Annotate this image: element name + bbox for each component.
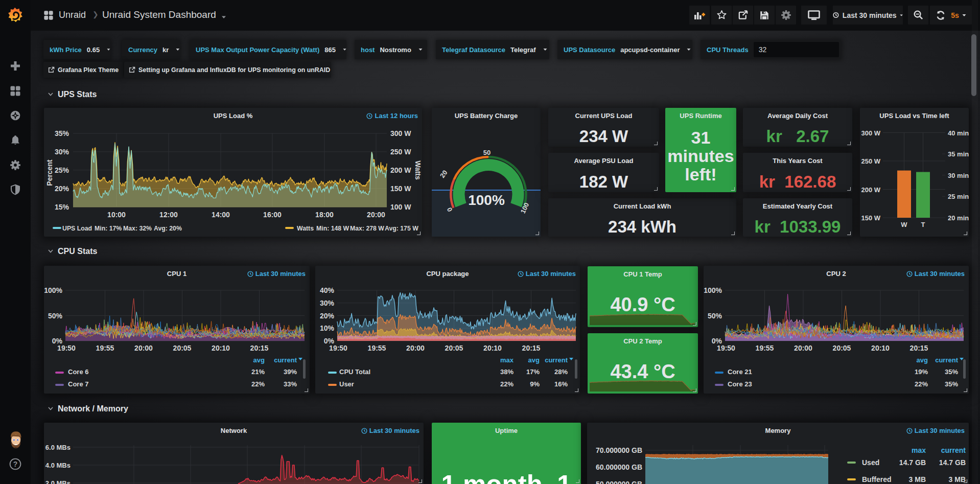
svg-text:19:55: 19:55 bbox=[756, 344, 774, 352]
svg-text:35%: 35% bbox=[945, 380, 958, 388]
svg-text:14.7 GB: 14.7 GB bbox=[939, 458, 966, 467]
svg-text:35%: 35% bbox=[945, 368, 958, 376]
svg-text:100%: 100% bbox=[44, 286, 62, 294]
svg-text:User: User bbox=[339, 380, 354, 388]
svg-text:19%: 19% bbox=[915, 368, 928, 376]
svg-text:Core 21: Core 21 bbox=[728, 368, 752, 376]
svg-text:19:55: 19:55 bbox=[368, 344, 386, 352]
svg-text:16%: 16% bbox=[554, 380, 568, 388]
svg-text:35 min: 35 min bbox=[948, 150, 969, 158]
svg-text:250 W: 250 W bbox=[390, 148, 411, 156]
svg-text:Max: 32%: Max: 32% bbox=[123, 225, 152, 232]
svg-text:Used: Used bbox=[862, 458, 879, 467]
svg-text:3 MB: 3 MB bbox=[909, 475, 926, 483]
svg-text:50%: 50% bbox=[708, 312, 722, 320]
svg-text:20:05: 20:05 bbox=[173, 344, 192, 352]
svg-text:20:15: 20:15 bbox=[910, 344, 928, 352]
svg-text:30 min: 30 min bbox=[948, 172, 969, 179]
svg-text:20:00: 20:00 bbox=[367, 211, 385, 219]
svg-text:15%: 15% bbox=[55, 203, 69, 211]
svg-text:150 W: 150 W bbox=[390, 185, 411, 193]
svg-text:20:05: 20:05 bbox=[445, 344, 463, 352]
svg-text:20%: 20% bbox=[320, 312, 335, 320]
svg-text:current: current bbox=[545, 356, 568, 364]
svg-text:?: ? bbox=[13, 460, 18, 468]
svg-text:T: T bbox=[921, 221, 925, 228]
svg-text:3 MB: 3 MB bbox=[949, 475, 966, 483]
svg-text:20:10: 20:10 bbox=[483, 344, 502, 352]
svg-text:4.0 MBs: 4.0 MBs bbox=[45, 462, 71, 469]
svg-text:2.0 MBs: 2.0 MBs bbox=[45, 479, 71, 484]
svg-text:19:50: 19:50 bbox=[57, 344, 76, 352]
svg-text:150 W: 150 W bbox=[861, 214, 880, 222]
svg-text:14:00: 14:00 bbox=[212, 211, 230, 219]
svg-text:30%: 30% bbox=[320, 299, 335, 307]
svg-text:20:15: 20:15 bbox=[522, 344, 541, 352]
svg-text:22%: 22% bbox=[915, 380, 928, 388]
svg-text:avg: avg bbox=[528, 356, 540, 364]
svg-text:Buffered: Buffered bbox=[862, 475, 892, 483]
svg-text:avg: avg bbox=[253, 356, 265, 364]
svg-text:Avg: 175 W: Avg: 175 W bbox=[385, 225, 418, 232]
svg-text:38%: 38% bbox=[500, 368, 514, 376]
svg-text:40 min: 40 min bbox=[948, 129, 969, 137]
svg-text:19:55: 19:55 bbox=[96, 344, 114, 352]
svg-text:40%: 40% bbox=[320, 286, 335, 294]
svg-text:10%: 10% bbox=[320, 324, 335, 332]
svg-text:CPU Total: CPU Total bbox=[339, 368, 370, 376]
svg-text:10:00: 10:00 bbox=[107, 211, 126, 219]
svg-text:25 min: 25 min bbox=[948, 193, 969, 200]
svg-text:33%: 33% bbox=[284, 380, 297, 388]
svg-text:300 W: 300 W bbox=[861, 129, 880, 137]
svg-text:max: max bbox=[500, 356, 514, 364]
svg-text:20:00: 20:00 bbox=[794, 344, 812, 352]
svg-text:70.000000 GB: 70.000000 GB bbox=[596, 446, 642, 454]
svg-text:19:50: 19:50 bbox=[329, 344, 347, 352]
svg-text:100%: 100% bbox=[704, 286, 722, 294]
svg-text:50.000000 GB: 50.000000 GB bbox=[596, 480, 642, 484]
svg-text:28%: 28% bbox=[554, 368, 568, 376]
svg-text:12:00: 12:00 bbox=[159, 211, 178, 219]
svg-text:19:50: 19:50 bbox=[717, 344, 735, 352]
svg-text:50: 50 bbox=[483, 149, 491, 156]
svg-text:20:10: 20:10 bbox=[871, 344, 890, 352]
svg-text:39%: 39% bbox=[284, 368, 297, 376]
svg-text:20%: 20% bbox=[55, 185, 69, 193]
svg-text:20:00: 20:00 bbox=[406, 344, 425, 352]
svg-text:Percent: Percent bbox=[45, 159, 54, 186]
svg-text:20:10: 20:10 bbox=[212, 344, 230, 352]
svg-text:Min: 148 W: Min: 148 W bbox=[316, 225, 349, 232]
svg-text:18:00: 18:00 bbox=[315, 211, 334, 219]
svg-text:250 W: 250 W bbox=[861, 157, 880, 165]
svg-text:20 min: 20 min bbox=[948, 214, 969, 222]
svg-text:current: current bbox=[941, 446, 966, 454]
svg-text:20:00: 20:00 bbox=[134, 344, 153, 352]
svg-text:22%: 22% bbox=[500, 380, 514, 388]
svg-text:50%: 50% bbox=[48, 312, 63, 320]
svg-text:6.0 MBs: 6.0 MBs bbox=[45, 444, 71, 451]
svg-text:30%: 30% bbox=[55, 148, 69, 156]
svg-text:current: current bbox=[274, 356, 297, 364]
svg-text:Watts: Watts bbox=[414, 160, 422, 180]
svg-text:Watts: Watts bbox=[297, 225, 314, 232]
svg-text:22%: 22% bbox=[251, 380, 265, 388]
svg-text:20: 20 bbox=[438, 169, 449, 179]
svg-text:Avg: 20%: Avg: 20% bbox=[154, 225, 182, 232]
svg-text:9%: 9% bbox=[530, 380, 540, 388]
svg-text:20:15: 20:15 bbox=[250, 344, 269, 352]
svg-text:17%: 17% bbox=[526, 368, 540, 376]
svg-text:Min: 17%: Min: 17% bbox=[95, 225, 122, 232]
svg-text:W: W bbox=[901, 221, 907, 228]
svg-text:20:05: 20:05 bbox=[833, 344, 851, 352]
svg-text:Core 6: Core 6 bbox=[68, 368, 88, 376]
svg-text:100 W: 100 W bbox=[390, 203, 411, 211]
svg-text:UPS Load: UPS Load bbox=[62, 225, 92, 232]
svg-text:200 W: 200 W bbox=[390, 166, 411, 174]
svg-text:Max: 278 W: Max: 278 W bbox=[350, 225, 384, 232]
svg-text:current: current bbox=[935, 356, 958, 364]
svg-text:Core 23: Core 23 bbox=[728, 380, 752, 388]
svg-text:35%: 35% bbox=[55, 129, 69, 137]
svg-text:21%: 21% bbox=[251, 368, 265, 376]
svg-text:60.000000 GB: 60.000000 GB bbox=[596, 463, 642, 471]
svg-text:100%: 100% bbox=[468, 192, 505, 208]
